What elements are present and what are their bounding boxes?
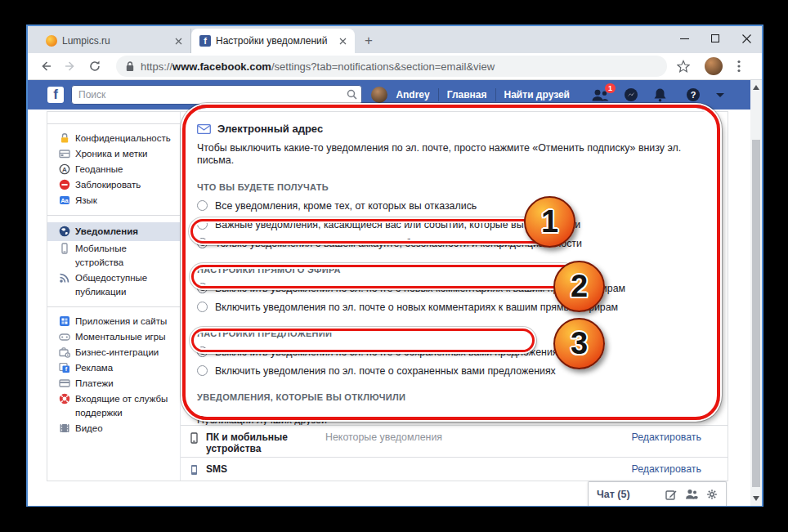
- radio-live-off[interactable]: [197, 283, 208, 293]
- chat-bar[interactable]: Чат (5): [588, 481, 727, 506]
- tab-title: Настройки уведомлений: [216, 35, 332, 47]
- tab-close-icon[interactable]: [172, 35, 184, 47]
- radio-option-live-on[interactable]: Включить уведомления по эл. почте о новы…: [197, 301, 711, 313]
- sidebar-item-privacy[interactable]: Конфиденциальность: [47, 131, 180, 146]
- svg-text:Aa: Aa: [60, 197, 69, 204]
- radio-option-offers-off[interactable]: Выключить уведомления по эл. почте о сох…: [197, 346, 711, 358]
- radio-option-all-notifications[interactable]: Все уведомления, кроме тех, от которых в…: [197, 199, 711, 212]
- notifications-bell-icon[interactable]: [653, 87, 667, 102]
- sidebar-item-public-posts[interactable]: Общедоступные публикации: [47, 270, 180, 300]
- facebook-search: [71, 85, 362, 105]
- radio-offers-off[interactable]: [197, 346, 208, 357]
- browser-menu-icon[interactable]: [729, 56, 749, 76]
- tab-lumpics[interactable]: Lumpics.ru: [38, 29, 191, 53]
- envelope-icon: [197, 124, 211, 134]
- url-domain: www.facebook.com: [172, 60, 271, 73]
- nav-separator: [495, 88, 496, 101]
- url-bar[interactable]: https://www.facebook.com/settings?tab=no…: [116, 56, 667, 77]
- radio-live-on[interactable]: [197, 302, 208, 312]
- search-icon[interactable]: [347, 89, 357, 100]
- disabled-section-title: УВЕДОМЛЕНИЯ, КОТОРЫЕ ВЫ ОТКЛЮЧИЛИ: [197, 391, 711, 403]
- sidebar-item-mobile[interactable]: Мобильные устройства: [47, 241, 180, 270]
- email-section-title: Электронный адрес: [217, 123, 323, 135]
- sidebar-item-business-integrations[interactable]: Бизнес-интеграции: [47, 345, 180, 360]
- sidebar-item-payments[interactable]: Платежи: [47, 376, 180, 391]
- sidebar-item-timeline-tagging[interactable]: Хроника и метки: [47, 146, 180, 162]
- ads-icon: f: [59, 362, 70, 373]
- radio-important-notifications[interactable]: [197, 219, 208, 230]
- svg-text:A: A: [62, 166, 67, 173]
- divider: [47, 123, 180, 124]
- friend-requests-icon[interactable]: 1: [591, 89, 609, 101]
- facebook-logo[interactable]: f: [47, 87, 64, 103]
- nav-profile-link[interactable]: Andrey: [396, 89, 429, 101]
- reload-button[interactable]: [85, 56, 105, 76]
- row-status: Некоторые уведомления: [325, 431, 442, 443]
- facebook-header: f Andrey Главная Найти друзей 1: [28, 80, 762, 110]
- email-section-description: Чтобы выключить какие-то уведомления по …: [197, 142, 711, 167]
- minimize-button[interactable]: [669, 26, 700, 51]
- row-desktop-mobile[interactable]: ПК и мобильные устройства Некоторые увед…: [181, 425, 728, 457]
- facebook-nav: Andrey Главная Найти друзей 1 ?: [371, 87, 724, 103]
- compose-icon[interactable]: [665, 489, 677, 500]
- sidebar-item-instant-games[interactable]: Моментальные игры: [47, 329, 180, 345]
- scroll-up-icon[interactable]: [753, 85, 759, 90]
- scrollbar-thumb[interactable]: [752, 140, 760, 487]
- search-input[interactable]: [71, 85, 362, 105]
- forward-button[interactable]: [60, 56, 80, 76]
- briefcase-icon: [59, 346, 70, 358]
- tab-close-icon[interactable]: [337, 35, 348, 47]
- browser-profile-avatar[interactable]: [705, 57, 723, 75]
- user-avatar[interactable]: [371, 87, 387, 103]
- radio-label: Важные уведомления, касающиеся вас или с…: [215, 219, 580, 230]
- scroll-down-icon[interactable]: [753, 496, 759, 501]
- browser-window: Lumpics.ru f Настройки уведомлений +: [26, 25, 763, 507]
- close-button[interactable]: [731, 26, 762, 51]
- radio-option-live-off[interactable]: Выключить уведомления по эл. почте о нов…: [197, 282, 711, 294]
- radio-option-important-notifications[interactable]: Важные уведомления, касающиеся вас или с…: [197, 218, 711, 230]
- sidebar-item-apps-websites[interactable]: Приложения и сайты: [47, 314, 180, 329]
- chat-icons: [665, 489, 718, 500]
- radio-option-offers-on[interactable]: Включить уведомления по эл. почте о сохр…: [197, 364, 711, 377]
- back-button[interactable]: [36, 56, 56, 76]
- chat-settings-gear-icon[interactable]: [706, 489, 718, 500]
- radio-all-notifications[interactable]: [197, 200, 208, 211]
- account-menu-caret-icon[interactable]: [716, 93, 724, 97]
- window-controls: [669, 26, 762, 51]
- tab-facebook-settings[interactable]: f Настройки уведомлений: [191, 29, 355, 53]
- lock-icon: [59, 132, 70, 144]
- maximize-button[interactable]: [700, 26, 731, 51]
- bookmark-star-icon[interactable]: [674, 56, 693, 76]
- sidebar-item-language[interactable]: Aa Язык: [47, 193, 180, 208]
- url-text: https://www.facebook.com/settings?tab=no…: [141, 60, 495, 73]
- sms-phone-icon: [190, 464, 200, 476]
- chat-contacts-icon[interactable]: [685, 489, 698, 499]
- radio-offers-on[interactable]: [197, 365, 208, 376]
- page-scrollbar[interactable]: [750, 80, 762, 506]
- language-icon: Aa: [59, 194, 70, 206]
- edit-link[interactable]: Редактировать: [631, 431, 701, 443]
- sidebar-item-blocking[interactable]: Заблокировать: [47, 177, 180, 193]
- radio-label: Все уведомления, кроме тех, от которых в…: [215, 200, 477, 212]
- email-notifications-section: Электронный адрес Чтобы выключить какие-…: [181, 112, 728, 425]
- nav-find-friends-link[interactable]: Найти друзей: [504, 89, 570, 101]
- friend-requests-badge: 1: [605, 83, 616, 93]
- sidebar-item-support-inbox[interactable]: Входящие от службы поддержки: [47, 391, 180, 421]
- messenger-icon[interactable]: [624, 87, 638, 102]
- sidebar-item-videos[interactable]: Видео: [47, 421, 180, 436]
- nav-separator: [438, 88, 439, 101]
- row-sms[interactable]: SMS Редактировать: [181, 457, 728, 481]
- edit-link[interactable]: Редактировать: [631, 463, 701, 475]
- radio-label: Выключить уведомления по эл. почте о сох…: [215, 346, 563, 358]
- radio-option-account-security-only[interactable]: Только уведомления о вашем аккаунте, без…: [197, 237, 711, 249]
- help-icon[interactable]: ?: [686, 87, 701, 102]
- radio-label: Только уведомления о вашем аккаунте, без…: [215, 238, 582, 249]
- sidebar-item-location[interactable]: A Геоданные: [47, 162, 180, 177]
- sidebar-item-notifications[interactable]: Уведомления: [47, 222, 180, 241]
- svg-text:?: ?: [691, 90, 696, 100]
- nav-home-link[interactable]: Главная: [447, 89, 487, 101]
- sidebar-item-ads[interactable]: f Реклама: [47, 360, 180, 376]
- radio-account-security-only[interactable]: [197, 238, 208, 248]
- row-title: ПК и мобильные устройства: [206, 431, 302, 454]
- new-tab-button[interactable]: +: [358, 30, 379, 51]
